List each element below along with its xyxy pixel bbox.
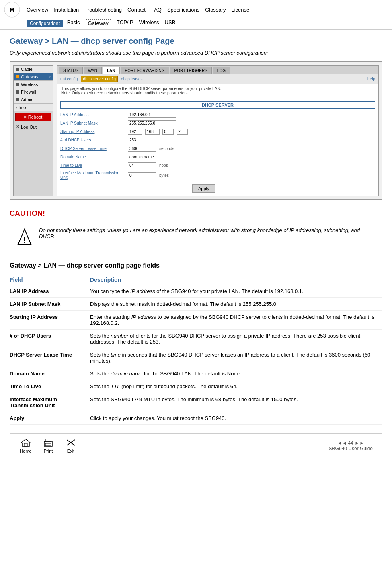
tab-port-triggers[interactable]: PORT TRIGGERS — [170, 67, 212, 74]
config-row: Configuration: Basic Gateway TCP/IP Wire… — [27, 19, 175, 27]
subtab-dhcp-leases[interactable]: dhcp leases — [121, 77, 142, 81]
cable-dot — [16, 68, 19, 71]
sidebar-item-gateway[interactable]: Gateway » — [14, 73, 53, 81]
fields-section-title: Gateway > LAN — dhcp server config page … — [10, 262, 382, 269]
table-row: LAN IP Address You can type the IP addre… — [10, 285, 382, 298]
input-ip-oct3[interactable] — [162, 129, 174, 135]
nav-links: Overview Installation Troubleshooting Co… — [27, 7, 249, 13]
svg-rect-8 — [45, 443, 51, 446]
config-sub-tabs: nat config dhcp server config dhcp lease… — [57, 74, 378, 84]
field-desc-domain: Sets the domain name for the SBG940 LAN.… — [90, 367, 382, 380]
input-domain[interactable] — [128, 154, 176, 160]
sidebar-cable-label: Cable — [21, 67, 33, 72]
print-icon — [42, 438, 55, 447]
ip-sep3: . — [174, 129, 176, 134]
sidebar-firewall-label: Firewall — [21, 90, 36, 94]
table-row: DHCP Server Lease Time Sets the time in … — [10, 348, 382, 367]
nav-license[interactable]: License — [231, 7, 249, 13]
sidebar-item-firewall[interactable]: Firewall — [14, 88, 53, 96]
dhcp-server-section: DHCP SERVER LAN IP Address LAN IP Subnet… — [57, 98, 378, 196]
form-row-lan-ip: LAN IP Address — [60, 112, 375, 118]
unit-hops: hops — [159, 163, 168, 168]
unit-bytes: bytes — [159, 173, 169, 178]
logout-x: ✕ — [16, 124, 20, 129]
info-icon: i — [16, 105, 17, 109]
input-lease-time[interactable] — [128, 146, 156, 152]
tab-lan[interactable]: LAN — [103, 67, 120, 74]
top-navigation: M Overview Installation Troubleshooting … — [0, 0, 392, 30]
page-info: ◄◄ 44 ►► SBG940 User Guide — [329, 440, 373, 451]
apply-button[interactable]: Apply — [192, 184, 215, 193]
config-tcpip[interactable]: TCP/IP — [117, 19, 133, 27]
field-name-subnet: LAN IP Subnet Mask — [10, 298, 90, 311]
reboot-button[interactable]: ✕ Reboot! — [15, 113, 51, 121]
config-label: Configuration: — [27, 20, 63, 27]
table-row: LAN IP Subnet Mask Displays the subnet m… — [10, 298, 382, 311]
nav-faq[interactable]: FAQ — [151, 7, 162, 13]
input-ttl[interactable] — [128, 162, 156, 168]
input-ip-oct1[interactable] — [128, 129, 142, 135]
page-title: Gateway > LAN — dhcp server config Page — [10, 37, 382, 46]
input-subnet[interactable] — [128, 120, 176, 126]
label-starting-ip: Starting IP Address — [60, 129, 125, 134]
svg-text:!: ! — [23, 235, 26, 245]
table-row: Domain Name Sets the domain name for the… — [10, 367, 382, 380]
form-row-dhcp-users: # of DHCP Users — [60, 137, 375, 143]
col-desc: Description — [90, 275, 382, 285]
sidebar-item-admin[interactable]: Admin — [14, 96, 53, 104]
input-mtu[interactable] — [128, 172, 156, 178]
config-wireless[interactable]: Wireless — [139, 19, 159, 27]
table-row: Interface MaximumTransmission Unit Sets … — [10, 393, 382, 412]
table-row: # of DHCP Users Sets the number of clien… — [10, 330, 382, 348]
nav-contact[interactable]: Contact — [127, 7, 146, 13]
subtab-dhcp-server-config[interactable]: dhcp server config — [81, 76, 118, 82]
fields-table: Field Description LAN IP Address You can… — [10, 275, 382, 425]
config-gateway[interactable]: Gateway — [86, 19, 111, 27]
table-row: Time To Live Sets the TTL (hop limit) fo… — [10, 380, 382, 393]
config-basic[interactable]: Basic — [67, 19, 80, 27]
nav-exit[interactable]: Exit — [64, 438, 77, 453]
tab-status[interactable]: STATUS — [59, 67, 83, 74]
subtab-nat-config[interactable]: nat config — [60, 77, 78, 81]
sidebar-item-cable[interactable]: Cable — [14, 66, 53, 73]
ip-sep1: . — [143, 129, 144, 134]
nav-specifications[interactable]: Specifications — [167, 7, 199, 13]
field-desc-apply: Click to apply your changes. You must re… — [90, 412, 382, 425]
input-dhcp-users[interactable] — [128, 137, 156, 143]
config-usb[interactable]: USB — [165, 19, 176, 27]
caution-text: Do not modify these settings unless you … — [39, 227, 376, 239]
input-ip-oct4[interactable] — [177, 129, 188, 135]
config-panel-tabs: STATUS WAN LAN PORT FORWARDING PORT TRIG… — [57, 66, 378, 74]
guide-name: SBG940 User Guide — [329, 446, 373, 451]
field-name-domain: Domain Name — [10, 367, 90, 380]
tab-log[interactable]: LOG — [213, 67, 230, 74]
config-links: Basic Gateway TCP/IP Wireless USB — [67, 19, 176, 27]
sidebar-item-wireless[interactable]: Wireless — [14, 81, 53, 88]
caution-box: ! Do not modify these settings unless yo… — [10, 222, 382, 252]
nav-overview[interactable]: Overview — [27, 7, 48, 13]
screenshot-area: Cable Gateway » Wireless Firewall Admin … — [10, 61, 382, 200]
ip-inputs: . . . — [128, 129, 188, 135]
tab-port-forwarding[interactable]: PORT FORWARDING — [121, 67, 169, 74]
form-row-mtu: Interface Maximum Transmission Unit byte… — [60, 171, 375, 180]
nav-installation[interactable]: Installation — [54, 7, 79, 13]
field-name-lease-time: DHCP Server Lease Time — [10, 348, 90, 367]
logout-button[interactable]: ✕ Log Out — [14, 123, 53, 131]
label-lease-time: DHCP Server Lease Time — [60, 146, 125, 151]
field-name-ttl: Time To Live — [10, 380, 90, 393]
firewall-dot — [16, 90, 19, 94]
input-ip-oct2[interactable] — [145, 129, 160, 135]
tab-wan[interactable]: WAN — [84, 67, 102, 74]
sidebar-item-info[interactable]: i Info — [14, 104, 53, 111]
nav-home[interactable]: Home — [19, 438, 32, 453]
input-lan-ip[interactable] — [128, 112, 176, 118]
motorola-logo: M — [4, 2, 20, 18]
bottom-navigation: Home Print — [10, 433, 382, 457]
field-desc-lease-time: Sets the time in seconds that the SBG940… — [90, 348, 382, 367]
nav-glossary[interactable]: Glossary — [205, 7, 226, 13]
nav-troubleshooting[interactable]: Troubleshooting — [84, 7, 122, 13]
home-icon — [19, 438, 32, 447]
bottom-nav-left: Home Print — [19, 438, 77, 453]
nav-print[interactable]: Print — [42, 438, 55, 453]
help-link[interactable]: help — [367, 77, 375, 81]
